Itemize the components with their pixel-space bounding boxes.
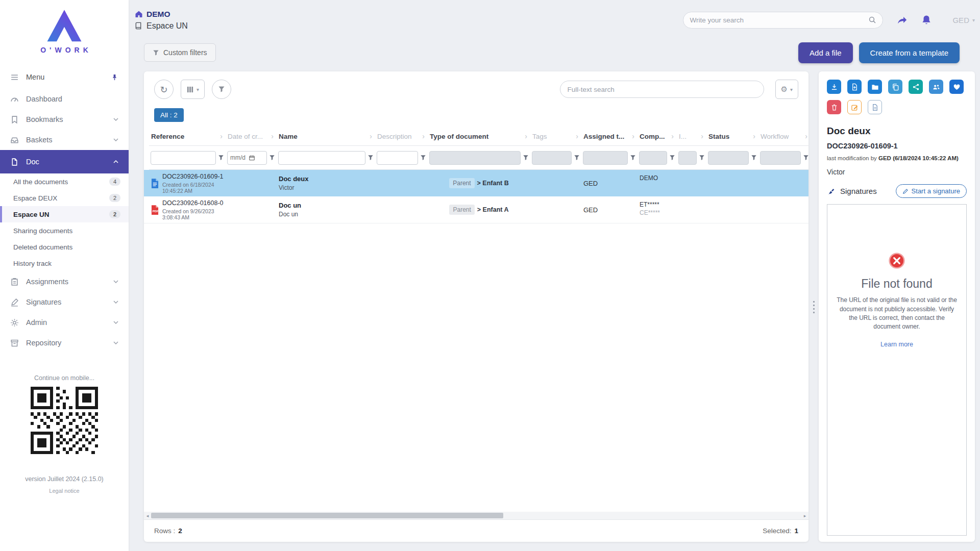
edit-button[interactable] bbox=[847, 100, 862, 114]
filter-i-select[interactable] bbox=[678, 151, 697, 165]
table-row[interactable]: DOC230926-01609-1 Created on 6/18/2024 1… bbox=[144, 170, 808, 196]
funnel-icon[interactable] bbox=[630, 155, 636, 161]
filter-type-select[interactable] bbox=[429, 151, 521, 165]
scroll-left-icon[interactable]: ◂ bbox=[144, 512, 151, 519]
funnel-icon[interactable] bbox=[751, 155, 757, 161]
column-header-date[interactable]: Date of cr...› bbox=[226, 127, 277, 145]
funnel-icon[interactable] bbox=[669, 155, 675, 161]
sidebar-item-admin[interactable]: Admin bbox=[0, 312, 129, 333]
column-header-type[interactable]: Type of document› bbox=[428, 127, 530, 145]
panel-resize-handle[interactable] bbox=[808, 71, 819, 542]
scrollbar-thumb[interactable] bbox=[151, 513, 503, 518]
tags-cell bbox=[530, 170, 581, 196]
funnel-icon[interactable] bbox=[803, 155, 808, 161]
sidebar-item-dashboard[interactable]: Dashboard bbox=[0, 89, 129, 109]
user-menu[interactable]: GED ▾ bbox=[952, 16, 975, 24]
signatures-label: Signatures bbox=[840, 187, 877, 195]
funnel-icon[interactable] bbox=[269, 155, 275, 161]
tab-all[interactable]: All : 2 bbox=[154, 108, 184, 122]
horizontal-scrollbar[interactable]: ◂ ▸ bbox=[144, 512, 808, 519]
column-header-reference[interactable]: Reference› bbox=[149, 127, 226, 145]
menu-label: Menu bbox=[26, 73, 44, 81]
learn-more-link[interactable]: Learn more bbox=[880, 341, 913, 348]
sidebar-item-deleted-documents[interactable]: Deleted documents bbox=[0, 239, 129, 255]
sidebar-item-label: Baskets bbox=[26, 136, 53, 144]
scroll-right-icon[interactable]: ▸ bbox=[801, 512, 808, 519]
filter-status-select[interactable] bbox=[708, 151, 749, 165]
custom-filters-button[interactable]: Custom filters bbox=[144, 43, 216, 62]
date-text-input[interactable] bbox=[230, 154, 248, 161]
global-search bbox=[683, 12, 883, 29]
archive-icon bbox=[10, 339, 19, 347]
add-file-button[interactable]: Add a file bbox=[798, 42, 853, 63]
copy-button[interactable] bbox=[888, 80, 902, 94]
filter-workflow-select[interactable] bbox=[760, 151, 801, 165]
detail-title: Doc deux bbox=[827, 126, 967, 137]
funnel-icon bbox=[153, 49, 159, 56]
properties-button[interactable] bbox=[868, 100, 882, 114]
sidebar-item-doc[interactable]: Doc bbox=[0, 150, 129, 173]
share-document-button[interactable] bbox=[909, 80, 923, 94]
funnel-icon[interactable] bbox=[574, 155, 580, 161]
sidebar-item-sharing-documents[interactable]: Sharing documents bbox=[0, 222, 129, 239]
funnel-icon[interactable] bbox=[218, 155, 224, 161]
sidebar-item-espace-deux[interactable]: Espace DEUX 2 bbox=[0, 190, 129, 206]
new-version-button[interactable] bbox=[847, 80, 862, 94]
filter-description-input[interactable] bbox=[377, 151, 418, 165]
filter-reference-input[interactable] bbox=[151, 151, 216, 165]
funnel-icon[interactable] bbox=[699, 155, 705, 161]
detail-last-modified: last modification by GED (6/18/2024 10:4… bbox=[827, 154, 967, 163]
column-header-description[interactable]: Description› bbox=[375, 127, 428, 145]
sidebar-item-repository[interactable]: Repository bbox=[0, 333, 129, 353]
funnel-icon[interactable] bbox=[420, 155, 426, 161]
column-header-assigned[interactable]: Assigned t...› bbox=[581, 127, 638, 145]
sidebar-menu-toggle[interactable]: Menu bbox=[0, 65, 129, 89]
favorite-button[interactable] bbox=[949, 80, 964, 94]
column-header-i[interactable]: I...› bbox=[677, 127, 706, 145]
table-settings-button[interactable]: ⚙ ▾ bbox=[775, 80, 798, 99]
assign-users-button[interactable] bbox=[929, 80, 943, 94]
workspace-title: Espace UN bbox=[135, 21, 188, 31]
fulltext-search-input[interactable] bbox=[568, 86, 756, 93]
columns-button[interactable]: ▾ bbox=[181, 80, 205, 99]
type-parent-badge: Parent bbox=[449, 178, 474, 188]
start-signature-button[interactable]: Start a signature bbox=[896, 184, 967, 198]
sidebar-item-bookmarks[interactable]: Bookmarks bbox=[0, 109, 129, 130]
count-badge: 4 bbox=[109, 178, 120, 186]
open-folder-button[interactable] bbox=[868, 80, 882, 94]
gear-icon bbox=[10, 318, 19, 327]
filter-date-input[interactable] bbox=[227, 151, 267, 165]
global-search-input[interactable] bbox=[690, 16, 868, 24]
column-header-tags[interactable]: Tags› bbox=[530, 127, 581, 145]
sidebar-item-history-track[interactable]: History track bbox=[0, 255, 129, 271]
brand-block: DEMO Espace UN bbox=[135, 10, 188, 31]
refresh-button[interactable]: ↻ bbox=[154, 80, 174, 99]
brand-home[interactable]: DEMO bbox=[135, 10, 188, 19]
filter-name-input[interactable] bbox=[278, 151, 365, 165]
column-header-comp[interactable]: Comp...› bbox=[638, 127, 677, 145]
sidebar-item-assignments[interactable]: Assignments bbox=[0, 271, 129, 292]
delete-button[interactable] bbox=[827, 100, 841, 114]
sidebar-item-all-documents[interactable]: All the documents 4 bbox=[0, 173, 129, 190]
pin-sidebar-icon[interactable] bbox=[111, 73, 118, 81]
table-row[interactable]: PDF DOC230926-01608-0 Created on 9/26/20… bbox=[144, 196, 808, 223]
search-icon[interactable] bbox=[868, 16, 876, 24]
create-from-template-button[interactable]: Create from a template bbox=[859, 42, 960, 63]
funnel-icon[interactable] bbox=[368, 155, 374, 161]
sidebar-item-label: Doc bbox=[26, 158, 39, 166]
filter-comp-select[interactable] bbox=[639, 151, 667, 165]
filter-button[interactable] bbox=[212, 80, 231, 99]
column-header-workflow[interactable]: Workflow› bbox=[758, 127, 808, 145]
share-icon[interactable] bbox=[896, 14, 908, 26]
sidebar-item-signatures[interactable]: Signatures bbox=[0, 292, 129, 312]
column-header-status[interactable]: Status› bbox=[706, 127, 758, 145]
bell-icon[interactable] bbox=[921, 14, 932, 26]
download-button[interactable] bbox=[827, 80, 841, 94]
sidebar-item-baskets[interactable]: Baskets bbox=[0, 130, 129, 150]
column-header-name[interactable]: Name› bbox=[277, 127, 375, 145]
filter-assigned-select[interactable] bbox=[583, 151, 628, 165]
funnel-icon[interactable] bbox=[523, 155, 529, 161]
legal-notice-link[interactable]: Legal notice bbox=[49, 488, 79, 494]
sidebar-item-espace-un[interactable]: Espace UN 2 bbox=[0, 206, 129, 222]
filter-tags-select[interactable] bbox=[532, 151, 572, 165]
